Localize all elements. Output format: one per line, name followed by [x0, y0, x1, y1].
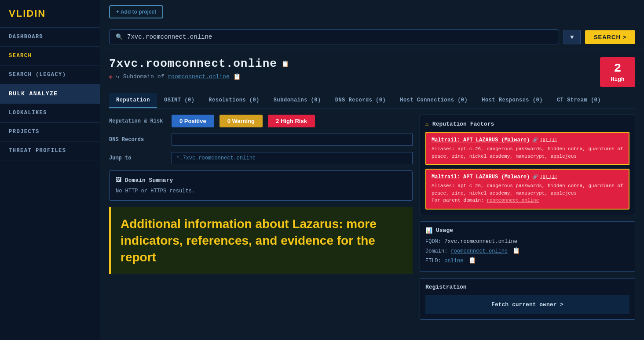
- search-filter-button[interactable]: ▼: [564, 30, 581, 44]
- tab-host-responses[interactable]: Host Responses (0): [475, 93, 550, 108]
- usage-domain-link[interactable]: roomconnect.online: [451, 248, 508, 254]
- dns-records-label: DNS Records: [109, 137, 166, 143]
- add-to-project-button[interactable]: + Add to project: [109, 5, 163, 18]
- two-column-layout: Reputation & Risk 0 Positive 0 Warning 2…: [109, 115, 635, 340]
- tab-subdomains[interactable]: Subdomains (0): [267, 93, 328, 108]
- rep-factor-card-2: Maltrail: APT LAZARUS (Malware) 🔗 [0] [1…: [425, 169, 629, 210]
- main-content: + Add to project 🔍 ▼ SEARCH > 7xvc.roomc…: [100, 0, 644, 340]
- monitor-icon: 🖼: [116, 177, 121, 184]
- jump-to-label: Jump to: [109, 155, 166, 161]
- copy-etld-icon[interactable]: 📋: [468, 257, 476, 264]
- search-bar: 🔍 ▼ SEARCH >: [100, 24, 644, 50]
- tab-resolutions[interactable]: Resolutions (0): [201, 93, 267, 108]
- usage-title: 📊 Usage: [425, 227, 629, 234]
- dns-records-input[interactable]: [172, 134, 413, 146]
- callout-text: Additional information about Lazarus: mo…: [121, 216, 403, 265]
- fetch-current-owner-button[interactable]: Fetch current owner >: [425, 295, 629, 314]
- risk-level: High: [608, 76, 627, 83]
- domain-title-text: 7xvc.roomconnect.online: [109, 57, 277, 70]
- domain-title-row: 7xvc.roomconnect.online 📋: [109, 57, 289, 70]
- rep-factor-ref-2: [0] [1]: [540, 175, 557, 179]
- high-risk-button: 2 High Risk: [268, 115, 315, 127]
- reputation-factors-card: ⚠ Reputation Factors Maltrail: APT LAZAR…: [420, 115, 635, 215]
- dns-records-row: DNS Records: [109, 134, 413, 146]
- jump-to-row: Jump to: [109, 152, 413, 164]
- tab-host-connections[interactable]: Host Connections (0): [393, 93, 475, 108]
- sidebar-item-threat-profiles[interactable]: THREAT PROFILES: [0, 141, 100, 160]
- search-input-wrap: 🔍: [109, 29, 559, 44]
- sidebar-item-search-legacy[interactable]: SEARCH (LEGACY): [0, 65, 100, 84]
- logo: VLIDIN: [0, 0, 100, 28]
- jump-to-input[interactable]: [172, 152, 413, 164]
- tab-dns-records[interactable]: DNS Records (0): [328, 93, 393, 108]
- rep-factor-link-1[interactable]: Maltrail: APT LAZARUS (Malware) 🔗 [0] [1…: [432, 137, 623, 143]
- left-panel: Reputation & Risk 0 Positive 0 Warning 2…: [109, 115, 413, 340]
- usage-fqdn-row: FQDN: 7xvc.roomconnect.online: [425, 239, 629, 245]
- tab-reputation[interactable]: Reputation: [109, 93, 157, 108]
- domain-subtitle: ✤ ↪ Subdomain of roomconnect.online 📋: [109, 73, 289, 80]
- reputation-risk-row: Reputation & Risk 0 Positive 0 Warning 2…: [109, 115, 413, 127]
- rep-factor-body-1: Aliases: apt-c-26, dangerous passwords, …: [432, 145, 623, 160]
- right-panel: ⚠ Reputation Factors Maltrail: APT LAZAR…: [420, 115, 635, 340]
- sidebar-item-bulk-analyze[interactable]: BULK ANALYZE: [0, 84, 100, 104]
- subdomain-icon: ↪: [116, 73, 120, 80]
- search-icon: 🔍: [116, 33, 123, 40]
- content-area: 7xvc.roomconnect.online 📋 ✤ ↪ Subdomain …: [100, 50, 644, 340]
- risk-badge: 2 High: [600, 57, 635, 87]
- positive-button: 0 Positive: [172, 115, 214, 127]
- virus-icon: ✤: [109, 73, 113, 80]
- search-button[interactable]: SEARCH >: [585, 30, 635, 44]
- topbar: + Add to project: [100, 0, 644, 24]
- copy-usage-domain-icon[interactable]: 📋: [512, 247, 520, 254]
- usage-etld-row: ETLD: online 📋: [425, 257, 629, 264]
- reputation-risk-label: Reputation & Risk: [109, 118, 166, 124]
- risk-score: 2: [608, 61, 627, 75]
- domain-summary-title: 🖼 Domain Summary: [116, 177, 406, 184]
- warning-button: 0 Warning: [220, 115, 263, 127]
- parent-domain-link[interactable]: roomconnect.online: [168, 73, 229, 80]
- rep-factor-card-1: Maltrail: APT LAZARUS (Malware) 🔗 [0] [1…: [425, 132, 629, 165]
- domain-summary-body: No HTTP or HTTPS results.: [116, 188, 406, 194]
- sidebar: VLIDIN DASHBOARD SEARCH SEARCH (LEGACY) …: [0, 0, 100, 340]
- logo-prefix: V: [9, 8, 16, 19]
- sidebar-item-lookalikes[interactable]: LOOKALIKES: [0, 104, 100, 123]
- callout-box: Additional information about Lazarus: mo…: [109, 207, 413, 274]
- copy-parent-icon[interactable]: 📋: [233, 73, 241, 80]
- rep-factor-link-2[interactable]: Maltrail: APT LAZARUS (Malware) 🔗 [0] [1…: [432, 174, 623, 180]
- usage-etld-link[interactable]: online: [444, 258, 463, 264]
- tab-bar: Reputation OSINT (0) Resolutions (0) Sub…: [109, 93, 635, 109]
- domain-header: 7xvc.roomconnect.online 📋 ✤ ↪ Subdomain …: [109, 57, 635, 87]
- registration-title: Registration: [425, 284, 629, 290]
- rep-factor-ref-1: [0] [1]: [540, 138, 557, 142]
- reputation-factors-title: ⚠ Reputation Factors: [425, 120, 629, 127]
- sidebar-item-search[interactable]: SEARCH: [0, 47, 100, 65]
- sidebar-item-projects[interactable]: PROJECTS: [0, 123, 100, 141]
- tab-ct-stream[interactable]: CT Stream (0): [550, 93, 608, 108]
- search-input[interactable]: [127, 33, 553, 40]
- usage-domain-row: Domain: roomconnect.online 📋: [425, 247, 629, 254]
- sidebar-item-dashboard[interactable]: DASHBOARD: [0, 28, 100, 47]
- parent-domain-factor-link[interactable]: roomconnect.online: [487, 198, 539, 203]
- warning-triangle-icon: ⚠: [425, 120, 429, 127]
- registration-card: Registration Fetch current owner >: [420, 278, 635, 320]
- copy-domain-icon[interactable]: 📋: [282, 60, 289, 68]
- domain-summary-card: 🖼 Domain Summary No HTTP or HTTPS result…: [109, 170, 413, 201]
- logo-text: VLIDIN: [9, 8, 46, 19]
- rep-factor-body-2: Aliases: apt-c-26, dangerous passwords, …: [432, 182, 623, 204]
- tab-osint[interactable]: OSINT (0): [157, 93, 201, 108]
- usage-card: 📊 Usage FQDN: 7xvc.roomconnect.online Do…: [420, 221, 635, 272]
- bar-chart-icon: 📊: [425, 227, 432, 234]
- subdomain-label: Subdomain of: [123, 73, 165, 80]
